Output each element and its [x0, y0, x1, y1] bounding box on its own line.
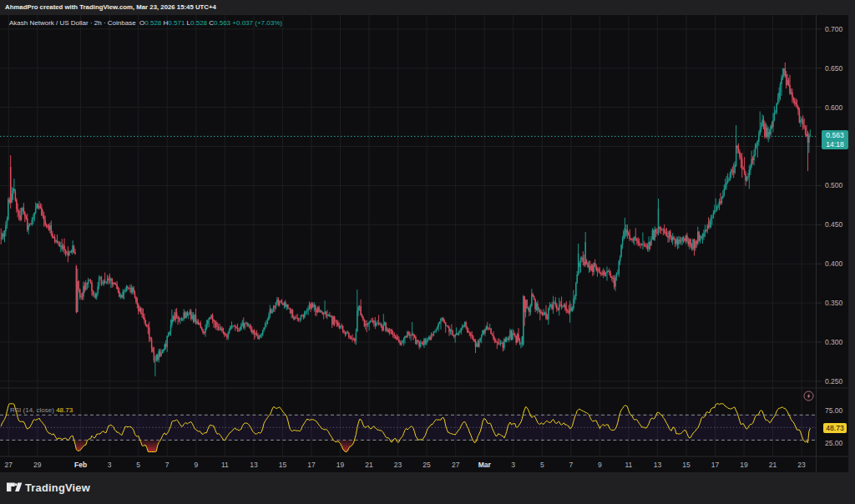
- svg-text:27: 27: [452, 461, 460, 469]
- svg-text:13: 13: [250, 461, 258, 469]
- svg-text:5: 5: [136, 461, 140, 469]
- svg-text:0.250: 0.250: [825, 377, 843, 386]
- svg-text:3: 3: [108, 461, 112, 469]
- svg-text:0.450: 0.450: [825, 220, 843, 229]
- svg-text:15: 15: [279, 461, 287, 469]
- svg-text:27: 27: [5, 461, 13, 469]
- svg-text:29: 29: [33, 461, 42, 469]
- svg-text:15: 15: [682, 461, 691, 469]
- svg-text:0.650: 0.650: [825, 64, 843, 73]
- svg-text:5: 5: [540, 461, 544, 469]
- svg-text:0.500: 0.500: [825, 181, 843, 189]
- svg-text:0.600: 0.600: [825, 103, 843, 112]
- svg-text:23: 23: [797, 461, 806, 469]
- svg-text:17: 17: [307, 461, 316, 469]
- svg-text:Mar: Mar: [478, 461, 492, 469]
- svg-text:19: 19: [740, 461, 748, 469]
- svg-text:11: 11: [221, 461, 229, 469]
- svg-text:25: 25: [422, 461, 431, 469]
- svg-text:0.300: 0.300: [825, 338, 843, 346]
- svg-text:21: 21: [365, 461, 373, 469]
- svg-text:9: 9: [194, 461, 198, 469]
- svg-text:17: 17: [711, 461, 720, 469]
- svg-text:75.00: 75.00: [825, 406, 843, 415]
- svg-text:0.400: 0.400: [825, 260, 843, 268]
- svg-text:9: 9: [598, 461, 602, 469]
- svg-text:7: 7: [165, 461, 169, 469]
- svg-text:19: 19: [336, 461, 345, 469]
- svg-text:7: 7: [569, 461, 573, 469]
- svg-text:13: 13: [654, 461, 662, 469]
- svg-text:0.700: 0.700: [825, 25, 843, 33]
- svg-text:0.350: 0.350: [825, 299, 843, 307]
- svg-text:25.00: 25.00: [825, 439, 843, 447]
- svg-text:Feb: Feb: [74, 461, 87, 469]
- svg-text:3: 3: [511, 461, 515, 469]
- svg-text:21: 21: [769, 461, 777, 469]
- svg-text:11: 11: [625, 461, 632, 469]
- svg-text:23: 23: [394, 461, 402, 469]
